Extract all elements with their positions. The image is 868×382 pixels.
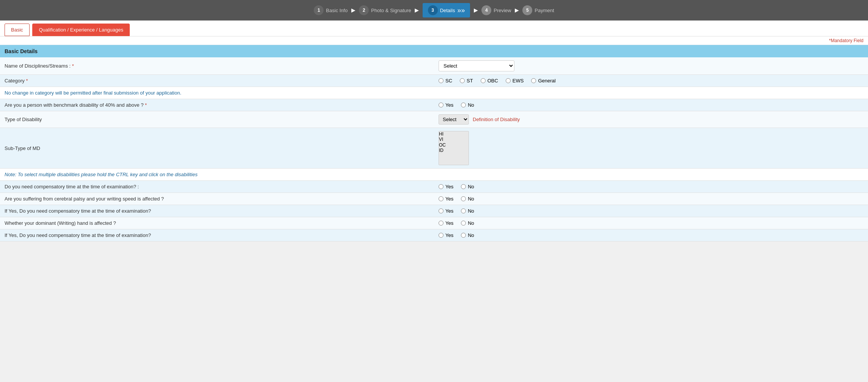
radio-if-yes-comp-no[interactable] bbox=[461, 208, 466, 213]
row-cerebral-palsy: Are you suffering from cerebral palsy an… bbox=[0, 193, 868, 205]
benchmark-label: Are you a person with benchmark disabili… bbox=[0, 99, 434, 111]
wizard-step-5[interactable]: 5 Payment bbox=[522, 5, 554, 15]
row-if-yes-compensatory2: If Yes, Do you need compensatory time at… bbox=[0, 229, 868, 242]
subtype-listbox[interactable]: HI VI OC ID bbox=[439, 131, 469, 165]
radio-cerebral-yes[interactable] bbox=[439, 196, 443, 201]
dominant-yes[interactable]: Yes bbox=[439, 220, 453, 226]
arrow-2: ► bbox=[414, 6, 420, 14]
if-yes-compensatory2-options-cell: Yes No bbox=[434, 229, 868, 242]
cerebral-palsy-radio-group: Yes No bbox=[439, 196, 863, 202]
radio-benchmark-no[interactable] bbox=[461, 103, 466, 107]
wizard-step-2[interactable]: 2 Photo & Signature bbox=[359, 5, 411, 15]
main-content: *Mandatory Field Basic Details Name of D… bbox=[0, 36, 868, 242]
cerebral-no[interactable]: No bbox=[461, 196, 474, 202]
category-radio-group: SC ST OBC EWS bbox=[439, 78, 863, 84]
row-if-yes-compensatory: If Yes, Do you need compensatory time at… bbox=[0, 205, 868, 217]
step-label-5: Payment bbox=[535, 8, 554, 13]
if-yes-comp2-yes[interactable]: Yes bbox=[439, 232, 453, 238]
wizard-step-3[interactable]: 3 Details »» bbox=[423, 3, 470, 17]
radio-dominant-yes[interactable] bbox=[439, 221, 443, 226]
category-label: Category * bbox=[0, 75, 434, 87]
step-num-1: 1 bbox=[314, 5, 324, 15]
subtype-label: Sub-Type of MD bbox=[0, 128, 434, 169]
subtype-hi: HI bbox=[439, 131, 469, 137]
row-benchmark: Are you a person with benchmark disabili… bbox=[0, 99, 868, 111]
row-note: Note: To select multiple disabilities pl… bbox=[0, 169, 868, 181]
tab-qualification[interactable]: Qualification / Experience / Languages bbox=[32, 24, 130, 36]
step-label-3: Details bbox=[440, 8, 455, 13]
arrow-1: ► bbox=[350, 6, 357, 14]
if-yes-comp-yes[interactable]: Yes bbox=[439, 208, 453, 214]
cerebral-palsy-label: Are you suffering from cerebral palsy an… bbox=[0, 193, 434, 205]
arrow-3: ► bbox=[472, 6, 479, 14]
arrow-4: ► bbox=[514, 6, 520, 14]
subtype-cell: HI VI OC ID bbox=[434, 128, 868, 169]
compensatory-no[interactable]: No bbox=[461, 184, 474, 189]
disciplines-select[interactable]: Select bbox=[439, 60, 514, 71]
dominant-hand-label: Whether your dominant (Writing) hand is … bbox=[0, 217, 434, 229]
mandatory-note: *Mandatory Field bbox=[0, 36, 868, 45]
row-disability-type: Type of Disability Select Definition of … bbox=[0, 111, 868, 128]
tab-basic[interactable]: Basic bbox=[5, 24, 30, 36]
radio-if-yes-comp2-no[interactable] bbox=[461, 233, 466, 238]
benchmark-no[interactable]: No bbox=[461, 102, 474, 108]
notice-text-cell: No change in category will be permitted … bbox=[0, 87, 868, 99]
radio-obc[interactable] bbox=[481, 78, 486, 83]
subtype-id: ID bbox=[439, 148, 469, 153]
radio-sc[interactable] bbox=[439, 78, 443, 83]
if-yes-compensatory2-label: If Yes, Do you need compensatory time at… bbox=[0, 229, 434, 242]
category-options-cell: SC ST OBC EWS bbox=[434, 75, 868, 87]
row-notice: No change in category will be permitted … bbox=[0, 87, 868, 99]
disciplines-input-cell: Select bbox=[434, 57, 868, 75]
dominant-no[interactable]: No bbox=[461, 220, 474, 226]
category-st[interactable]: ST bbox=[460, 78, 473, 84]
subtype-oc: OC bbox=[439, 142, 469, 148]
subtype-vi: VI bbox=[439, 137, 469, 142]
radio-dominant-no[interactable] bbox=[461, 221, 466, 226]
compensatory-options-cell: Yes No bbox=[434, 181, 868, 193]
radio-general[interactable] bbox=[531, 78, 536, 83]
row-category: Category * SC ST OBC bbox=[0, 75, 868, 87]
category-obc[interactable]: OBC bbox=[481, 78, 498, 84]
note-text-cell: Note: To select multiple disabilities pl… bbox=[0, 169, 868, 181]
category-sc[interactable]: SC bbox=[439, 78, 452, 84]
definition-link[interactable]: Definition of Disability bbox=[473, 117, 520, 122]
radio-if-yes-comp2-yes[interactable] bbox=[439, 233, 443, 238]
step-num-2: 2 bbox=[359, 5, 369, 15]
step-label-2: Photo & Signature bbox=[371, 8, 411, 13]
dominant-hand-radio-group: Yes No bbox=[439, 220, 863, 226]
if-yes-compensatory2-radio-group: Yes No bbox=[439, 232, 863, 238]
radio-st[interactable] bbox=[460, 78, 465, 83]
radio-cerebral-no[interactable] bbox=[461, 196, 466, 201]
radio-if-yes-comp-yes[interactable] bbox=[439, 208, 443, 213]
radio-benchmark-yes[interactable] bbox=[439, 103, 443, 107]
radio-compensatory-yes[interactable] bbox=[439, 184, 443, 189]
row-dominant-hand: Whether your dominant (Writing) hand is … bbox=[0, 217, 868, 229]
benchmark-radio-group: Yes No bbox=[439, 102, 863, 108]
compensatory-yes[interactable]: Yes bbox=[439, 184, 453, 189]
wizard-bar: 1 Basic Info ► 2 Photo & Signature ► 3 D… bbox=[0, 0, 868, 21]
if-yes-comp2-no[interactable]: No bbox=[461, 232, 474, 238]
if-yes-comp-no[interactable]: No bbox=[461, 208, 474, 214]
category-ews[interactable]: EWS bbox=[506, 78, 524, 84]
wizard-step-1[interactable]: 1 Basic Info bbox=[314, 5, 348, 15]
radio-ews[interactable] bbox=[506, 78, 511, 83]
step-num-3: 3 bbox=[428, 5, 438, 15]
step-label-1: Basic Info bbox=[326, 8, 348, 13]
category-general[interactable]: General bbox=[531, 78, 555, 84]
cerebral-yes[interactable]: Yes bbox=[439, 196, 453, 202]
wizard-step-4[interactable]: 4 Preview bbox=[481, 5, 511, 15]
disability-type-cell: Select Definition of Disability bbox=[434, 111, 868, 128]
row-subtype: Sub-Type of MD HI VI OC ID bbox=[0, 128, 868, 169]
disability-type-select[interactable]: Select bbox=[439, 114, 469, 125]
disability-row: Select Definition of Disability bbox=[439, 114, 863, 125]
step-num-5: 5 bbox=[522, 5, 532, 15]
tabs-bar: Basic Qualification / Experience / Langu… bbox=[0, 21, 868, 36]
section-header: Basic Details bbox=[0, 45, 868, 57]
step-num-4: 4 bbox=[481, 5, 491, 15]
step-3-arrows: »» bbox=[457, 6, 465, 14]
compensatory-label: Do you need compensatory time at the tim… bbox=[0, 181, 434, 193]
radio-compensatory-no[interactable] bbox=[461, 184, 466, 189]
benchmark-yes[interactable]: Yes bbox=[439, 102, 453, 108]
disability-type-label: Type of Disability bbox=[0, 111, 434, 128]
